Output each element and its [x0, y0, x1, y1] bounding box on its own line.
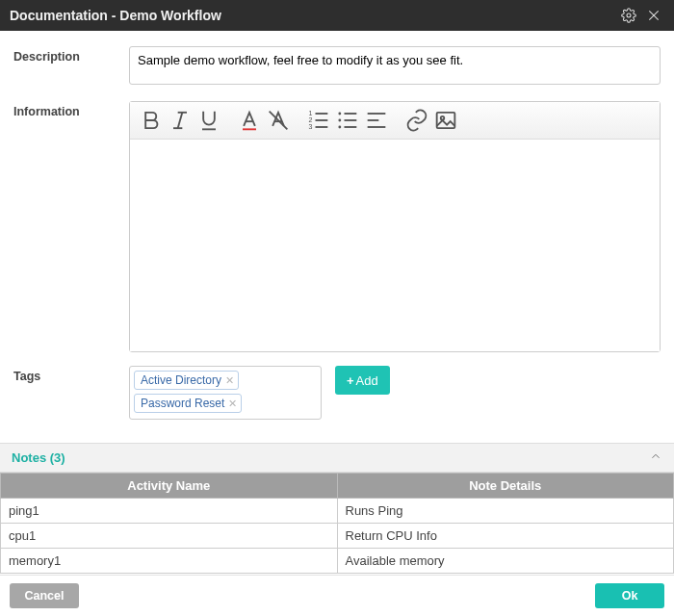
row-information: Information 123 [13, 101, 661, 352]
svg-point-20 [338, 113, 341, 116]
plus-icon: + [347, 373, 354, 388]
label-tags: Tags [13, 366, 129, 420]
cell-details: Return CPU Info [337, 524, 674, 549]
tag-chip[interactable]: Password Reset ✕ [134, 394, 242, 413]
table-row[interactable]: ping1 Runs Ping [1, 499, 674, 524]
tag-chip[interactable]: Active Directory ✕ [134, 371, 239, 390]
text-color-icon[interactable] [236, 108, 263, 133]
svg-text:2: 2 [309, 116, 313, 123]
align-icon[interactable] [363, 108, 390, 133]
notes-table: Activity Name Note Details ping1 Runs Pi… [0, 473, 674, 574]
table-row[interactable]: cpu1 Return CPU Info [1, 524, 674, 549]
underline-icon[interactable] [195, 108, 222, 133]
form-body: Description Information 123 [0, 31, 674, 443]
table-row[interactable]: memory1 Available memory [1, 549, 674, 574]
notes-header-label: Notes (3) [12, 450, 65, 465]
cell-details: Runs Ping [337, 499, 674, 524]
image-icon[interactable] [432, 108, 459, 133]
label-information: Information [13, 101, 129, 352]
cell-details: Available memory [337, 549, 674, 574]
svg-point-21 [338, 119, 341, 122]
ordered-list-icon[interactable]: 123 [305, 108, 332, 133]
add-tag-button[interactable]: +Add [335, 366, 390, 395]
titlebar: Documentation - Demo Workflow [0, 0, 674, 31]
cell-activity: memory1 [1, 549, 338, 574]
italic-icon[interactable] [167, 108, 194, 133]
label-description: Description [13, 46, 129, 88]
close-icon[interactable] [643, 5, 664, 26]
rte-toolbar: 123 [130, 102, 660, 140]
svg-line-5 [178, 113, 183, 128]
svg-rect-26 [437, 113, 455, 128]
dialog-title: Documentation - Demo Workflow [10, 8, 614, 23]
chevron-up-icon[interactable] [649, 449, 662, 466]
row-description: Description [13, 46, 661, 88]
tags-input[interactable]: Active Directory ✕ Password Reset ✕ [129, 366, 322, 420]
row-tags: Tags Active Directory ✕ Password Reset ✕… [13, 366, 661, 420]
add-tag-label: Add [356, 373, 378, 388]
svg-text:3: 3 [309, 123, 313, 130]
cancel-button[interactable]: Cancel [10, 583, 79, 608]
bold-icon[interactable] [138, 108, 165, 133]
svg-point-22 [338, 126, 341, 129]
cell-activity: ping1 [1, 499, 338, 524]
rich-text-editor: 123 [129, 101, 661, 352]
unordered-list-icon[interactable] [334, 108, 361, 133]
gear-icon[interactable] [618, 5, 639, 26]
link-icon[interactable] [403, 108, 430, 133]
col-activity-name: Activity Name [1, 474, 338, 499]
clear-format-icon[interactable] [265, 108, 292, 133]
tag-remove-icon[interactable]: ✕ [228, 398, 237, 409]
tag-remove-icon[interactable]: ✕ [225, 375, 234, 386]
tag-label: Password Reset [141, 397, 224, 410]
ok-button[interactable]: Ok [595, 583, 664, 608]
svg-point-0 [627, 13, 631, 17]
notes-section-header[interactable]: Notes (3) [0, 443, 674, 473]
svg-text:1: 1 [309, 110, 313, 116]
cell-activity: cpu1 [1, 524, 338, 549]
dialog-footer: Cancel Ok [0, 575, 674, 616]
tag-label: Active Directory [141, 373, 221, 387]
rte-content[interactable] [130, 140, 660, 351]
col-note-details: Note Details [337, 474, 674, 499]
description-input[interactable] [129, 46, 661, 85]
